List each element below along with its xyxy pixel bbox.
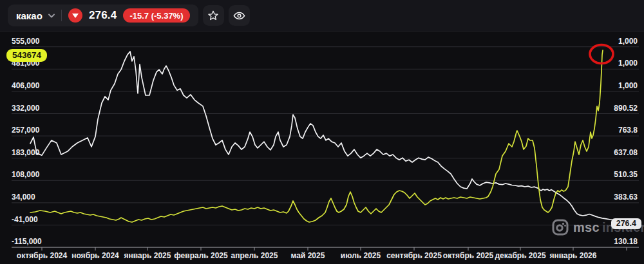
instrument-name: какао — [16, 10, 43, 21]
right-axis-label: 890.52 — [614, 104, 638, 113]
left-axis-label: 34,000 — [12, 193, 35, 202]
left-axis-label: 406,000 — [12, 81, 39, 90]
left-axis-label: 332,000 — [12, 104, 39, 113]
eye-icon — [233, 10, 245, 22]
favorite-button[interactable] — [203, 5, 224, 26]
price-change-badge: -15.7 (-5.37%) — [123, 8, 189, 23]
watch-button[interactable] — [229, 5, 250, 26]
right-axis-label: 637.08 — [614, 148, 638, 157]
divider — [61, 10, 62, 21]
star-icon — [207, 10, 219, 21]
right-axis-label: 763.8 — [618, 126, 638, 135]
msc-insider-logo-icon — [552, 219, 569, 236]
left-axis-label: 257,000 — [12, 126, 39, 135]
left-axis-label: 555,000 — [12, 37, 39, 46]
right-axis-label: 1,000 — [618, 81, 638, 90]
right-axis-label: 130.18 — [614, 237, 638, 246]
cocoa-price-line — [30, 52, 634, 222]
chevron-down-icon — [48, 14, 55, 18]
price-value-badge: 276.4 — [611, 218, 641, 229]
instrument-quote: какао 276.4 -15.7 (-5.37%) — [8, 5, 198, 26]
left-axis-label: -41,000 — [12, 215, 38, 224]
toolbar: какао 276.4 -15.7 (-5.37%) — [0, 0, 644, 32]
price-down-icon — [68, 8, 82, 23]
right-axis-label: 510.35 — [614, 170, 638, 179]
yellow-series-value-badge: 543674 — [6, 49, 47, 62]
right-axis-label: 383.63 — [614, 193, 638, 202]
right-axis-label: 1,000 — [618, 59, 638, 68]
left-axis-label: 183,000 — [12, 148, 39, 157]
chart-canvas — [0, 0, 644, 264]
price-chart[interactable]: 543674 msc insider 276.4 555,000481,0004… — [0, 0, 644, 264]
left-axis-label: -115,000 — [12, 237, 42, 246]
left-axis-label: 108,000 — [12, 170, 39, 179]
last-price: 276.4 — [89, 9, 117, 22]
right-axis-label: 1,000 — [618, 37, 638, 46]
watermark-text-bold: msc — [573, 220, 600, 235]
x-axis-label: январь 2026 — [535, 251, 612, 260]
instrument-selector[interactable]: какао — [16, 10, 55, 21]
